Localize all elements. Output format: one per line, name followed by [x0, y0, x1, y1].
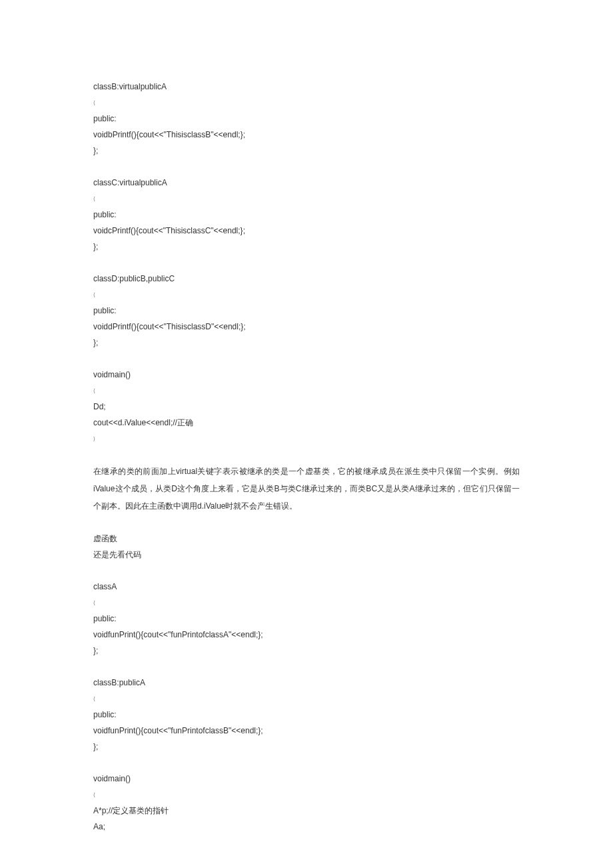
- code-brace: {: [93, 383, 520, 399]
- code-line: };: [93, 643, 520, 659]
- code-line: cout<<d.iValue<<endl;//正确: [93, 415, 520, 431]
- code-line: A*p;//定义基类的指针: [93, 803, 520, 819]
- code-brace: {: [93, 191, 520, 207]
- blank-line: [93, 515, 520, 531]
- code-line: };: [93, 239, 520, 255]
- code-brace: {: [93, 287, 520, 303]
- code-line: public:: [93, 611, 520, 627]
- code-line: voidfunPrint(){cout<<"funPrintofclassB"<…: [93, 723, 520, 739]
- code-line: classB:publicA: [93, 675, 520, 691]
- blank-line: [93, 255, 520, 271]
- blank-line: [93, 659, 520, 675]
- code-line: Aa;: [93, 819, 520, 835]
- code-line: classC:virtualpublicA: [93, 175, 520, 191]
- code-line: voidfunPrint(){cout<<"funPrintofclassA"<…: [93, 627, 520, 643]
- code-line: };: [93, 143, 520, 159]
- code-brace: {: [93, 95, 520, 111]
- code-line: public:: [93, 707, 520, 723]
- code-brace: {: [93, 595, 520, 611]
- code-line: classD:publicB,publicC: [93, 271, 520, 287]
- code-line: Dd;: [93, 399, 520, 415]
- code-brace: }: [93, 431, 520, 447]
- blank-line: [93, 447, 520, 463]
- blank-line: [93, 563, 520, 579]
- code-line: };: [93, 739, 520, 755]
- blank-line: [93, 755, 520, 771]
- code-line: voidcPrintf(){cout<<"ThisisclassC"<<endl…: [93, 223, 520, 239]
- code-line: voidmain(): [93, 367, 520, 383]
- code-line: voiddPrintf(){cout<<"ThisisclassD"<<endl…: [93, 319, 520, 335]
- paragraph-text: 在继承的类的前面加上virtual关键字表示被继承的类是一个虚基类，它的被继承成…: [93, 463, 520, 515]
- code-line: };: [93, 335, 520, 351]
- code-line: 还是先看代码: [93, 547, 520, 563]
- code-line: voidmain(): [93, 771, 520, 787]
- blank-line: [93, 159, 520, 175]
- code-line: 虚函数: [93, 531, 520, 547]
- document-page: classB:virtualpublicA{public:voidbPrintf…: [0, 0, 613, 868]
- code-brace: {: [93, 691, 520, 707]
- code-brace: {: [93, 787, 520, 803]
- code-line: classB:virtualpublicA: [93, 79, 520, 95]
- code-line: public:: [93, 303, 520, 319]
- code-line: classA: [93, 579, 520, 595]
- code-line: public:: [93, 111, 520, 127]
- blank-line: [93, 351, 520, 367]
- code-line: voidbPrintf(){cout<<"ThisisclassB"<<endl…: [93, 127, 520, 143]
- code-line: public:: [93, 207, 520, 223]
